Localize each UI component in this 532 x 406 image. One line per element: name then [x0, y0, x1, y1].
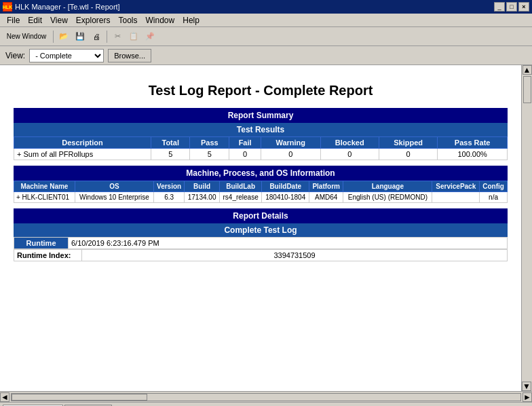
col-blocked: Blocked — [320, 137, 379, 149]
row-description: + Sum of all PFRollups — [14, 149, 151, 160]
complete-test-log-header: Complete Test Log — [14, 223, 508, 237]
report-content: Test Log Report - Complete Report Report… — [0, 65, 521, 268]
menu-edit[interactable]: Edit — [24, 14, 46, 26]
scroll-hthumb[interactable] — [12, 394, 147, 401]
toolbar: New Window 📂 💾 🖨 ✂ 📋 📌 — [0, 27, 532, 46]
col-warning: Warning — [261, 137, 320, 149]
col-machine-name: Machine Name — [14, 181, 75, 192]
col-pass: Pass — [190, 137, 229, 149]
machine-name: + HLK-CLIENT01 — [14, 192, 75, 203]
machine-table: Machine Name OS Version Build BuildLab B… — [14, 181, 508, 203]
ctlog-table: Runtime 6/10/2019 6:23:16.479 PM — [14, 237, 508, 249]
machine-language: English (US) (REDMOND) — [343, 192, 432, 203]
maximize-button[interactable]: □ — [506, 2, 517, 12]
toolbar-separator-2 — [107, 31, 107, 43]
report-title: Test Log Report - Complete Report — [14, 83, 508, 98]
scroll-up-button[interactable]: ▲ — [522, 65, 532, 75]
row-warning: 0 — [261, 149, 320, 160]
row-pass-rate: 100.00% — [438, 149, 508, 160]
section-gap-1 — [14, 160, 508, 166]
scroll-left-button[interactable]: ◄ — [0, 392, 10, 402]
menu-bar: File Edit View Explorers Tools Window He… — [0, 14, 532, 27]
menu-tools[interactable]: Tools — [115, 14, 142, 26]
view-bar: View: - Complete Browse... — [0, 46, 532, 65]
title-bar-buttons[interactable]: _ □ × — [494, 2, 529, 12]
scroll-htrack — [11, 393, 521, 401]
runtime-index-table: Runtime Index: 3394731509 — [14, 249, 508, 261]
paste-button[interactable]: 📌 — [142, 29, 157, 44]
row-pass: 5 — [190, 149, 229, 160]
col-builddate: BuildDate — [262, 181, 309, 192]
test-results-header: Test Results — [14, 123, 508, 136]
col-total: Total — [151, 137, 190, 149]
horizontal-scrollbar: ◄ ► — [0, 391, 532, 402]
row-fail: 0 — [229, 149, 261, 160]
row-blocked: 0 — [320, 149, 379, 160]
cut-button[interactable]: ✂ — [110, 29, 125, 44]
app-icon: HLK — [3, 2, 12, 12]
view-select[interactable]: - Complete — [29, 49, 104, 62]
col-language: Language — [343, 181, 432, 192]
report-summary-header: Report Summary — [14, 108, 508, 123]
col-version: Version — [153, 181, 185, 192]
menu-view[interactable]: View — [46, 14, 72, 26]
print-button[interactable]: 🖨 — [89, 29, 104, 44]
table-row: + Sum of all PFRollups 5 5 0 0 0 0 100.0… — [14, 149, 508, 160]
title-bar: HLK HLK Manager - [Te.wtl - Report] _ □ … — [0, 0, 532, 14]
scroll-thumb[interactable] — [523, 76, 531, 103]
machine-config: n/a — [480, 192, 508, 203]
machine-section-header: Machine, Process, and OS Information — [14, 166, 508, 181]
open-button[interactable]: 📂 — [56, 29, 71, 44]
row-skipped: 0 — [379, 149, 437, 160]
scroll-right-button[interactable]: ► — [522, 392, 532, 402]
menu-explorers[interactable]: Explorers — [72, 14, 115, 26]
machine-servicepack — [432, 192, 480, 203]
col-config: Config — [480, 181, 508, 192]
runtime-value: 6/10/2019 6:23:16.479 PM — [69, 238, 508, 249]
new-window-label: New Window — [7, 33, 46, 40]
runtime-index-value: 3394731509 — [82, 250, 508, 261]
col-skipped: Skipped — [379, 137, 437, 149]
col-servicepack: ServicePack — [432, 181, 480, 192]
col-buildlab: BuildLab — [219, 181, 262, 192]
title-bar-left: HLK HLK Manager - [Te.wtl - Report] — [3, 2, 120, 12]
machine-os: Windows 10 Enterprise — [75, 192, 153, 203]
machine-version: 6.3 — [153, 192, 185, 203]
view-label: View: — [5, 51, 25, 60]
report-details-header: Report Details — [14, 208, 508, 223]
toolbar-separator — [53, 31, 54, 43]
new-window-button[interactable]: New Window — [3, 29, 50, 44]
runtime-index-row: Runtime Index: 3394731509 — [14, 250, 508, 261]
menu-file[interactable]: File — [3, 14, 24, 26]
tab-bar: Te.wtl - Report Start Page ◄ ► × — [0, 402, 532, 406]
section-gap-2 — [14, 203, 508, 208]
runtime-label: Runtime — [14, 238, 69, 249]
browse-button[interactable]: Browse... — [108, 49, 151, 62]
runtime-index-label: Runtime Index: — [14, 250, 82, 261]
col-platform: Platform — [309, 181, 343, 192]
col-os: OS — [75, 181, 153, 192]
close-button[interactable]: × — [518, 2, 529, 12]
menu-help[interactable]: Help — [178, 14, 204, 26]
col-build: Build — [185, 181, 219, 192]
machine-builddate: 180410-1804 — [262, 192, 309, 203]
row-total: 5 — [151, 149, 190, 160]
col-pass-rate: Pass Rate — [438, 137, 508, 149]
scroll-down-button[interactable]: ▼ — [522, 382, 531, 391]
main-content: Test Log Report - Complete Report Report… — [0, 65, 532, 391]
machine-buildlab: rs4_release — [219, 192, 262, 203]
col-fail: Fail — [229, 137, 261, 149]
menu-window[interactable]: Window — [142, 14, 179, 26]
minimize-button[interactable]: _ — [494, 2, 505, 12]
runtime-row: Runtime 6/10/2019 6:23:16.479 PM — [14, 238, 508, 249]
scrollbar[interactable]: ▲ ▼ — [521, 65, 532, 391]
title-bar-text: HLK Manager - [Te.wtl - Report] — [15, 3, 120, 11]
machine-build: 17134.00 — [185, 192, 219, 203]
machine-platform: AMD64 — [309, 192, 343, 203]
copy-button[interactable]: 📋 — [126, 29, 141, 44]
save-button[interactable]: 💾 — [73, 29, 88, 44]
machine-row: + HLK-CLIENT01 Windows 10 Enterprise 6.3… — [14, 192, 508, 203]
col-description: Description — [14, 137, 151, 149]
test-results-table: Description Total Pass Fail Warning Bloc… — [14, 136, 508, 160]
